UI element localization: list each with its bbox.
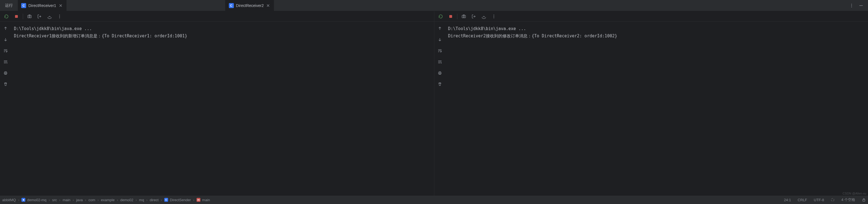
console-left[interactable]: D:\Tools\jdkk8\bin\java.exe ... DirectRe…: [11, 22, 434, 196]
tab-bar-controls: [848, 0, 868, 11]
bc-folder[interactable]: demo02: [120, 198, 133, 202]
left-body: D:\Tools\jdkk8\bin\java.exe ... DirectRe…: [0, 22, 434, 196]
status-bar: abbitMQ › ■ demo02-mq › src › main › jav…: [0, 196, 868, 204]
svg-point-1: [851, 5, 852, 6]
class-icon: C: [21, 3, 26, 8]
screenshot-icon[interactable]: [26, 13, 33, 20]
svg-rect-12: [449, 15, 452, 18]
print-icon[interactable]: [2, 69, 9, 77]
svg-point-15: [493, 14, 494, 15]
svg-point-0: [851, 4, 852, 4]
close-icon[interactable]: [58, 3, 63, 8]
bc-folder[interactable]: direct: [150, 198, 159, 202]
minimize-icon[interactable]: [858, 2, 865, 9]
bc-method[interactable]: m main: [196, 198, 210, 202]
bc-root[interactable]: abbitMQ: [2, 198, 16, 202]
run-tab-bar: 运行 C DirectReceiver1 C DirectReceiver2: [0, 0, 868, 11]
rerun-icon[interactable]: [437, 13, 444, 20]
stop-icon[interactable]: [13, 13, 20, 20]
scroll-down-icon[interactable]: [436, 36, 444, 43]
line-separator[interactable]: CRLF: [798, 198, 807, 202]
bc-label: demo02-mq: [27, 198, 46, 202]
module-icon: ■: [22, 198, 25, 202]
more-icon[interactable]: [848, 2, 855, 9]
divider: [23, 13, 23, 19]
bc-folder[interactable]: mq: [139, 198, 144, 202]
trash-icon[interactable]: [2, 80, 9, 88]
svg-rect-19: [439, 71, 441, 72]
breadcrumb: abbitMQ › ■ demo02-mq › src › main › jav…: [2, 198, 782, 202]
chevron-right-icon: ›: [117, 198, 118, 202]
tab-label: DirectReceiver1: [28, 3, 56, 8]
screenshot-icon[interactable]: [460, 13, 467, 20]
close-icon[interactable]: [266, 3, 270, 8]
scroll-to-end-icon[interactable]: [2, 58, 9, 66]
console-line: D:\Tools\jdkk8\bin\java.exe ...: [448, 26, 526, 31]
more-icon[interactable]: [490, 13, 497, 20]
pane-right: D:\Tools\jdkk8\bin\java.exe ... DirectRe…: [434, 11, 868, 196]
left-toolbar: [0, 11, 434, 22]
chevron-right-icon: ›: [97, 198, 98, 202]
dump-icon[interactable]: [480, 13, 488, 20]
exit-icon[interactable]: [36, 13, 43, 20]
svg-rect-3: [15, 15, 18, 18]
bc-folder[interactable]: com: [89, 198, 95, 202]
tab-spacer-right: [274, 0, 848, 11]
console-line: DirectReceiver1接收到的新增订单消息是：{To DirectRec…: [14, 33, 187, 38]
tab-spacer-left: [66, 0, 225, 11]
chevron-right-icon: ›: [161, 198, 162, 202]
console-line: D:\Tools\jdkk8\bin\java.exe ...: [14, 26, 92, 31]
bc-folder[interactable]: main: [63, 198, 70, 202]
right-body: D:\Tools\jdkk8\bin\java.exe ... DirectRe…: [434, 22, 868, 196]
print-icon[interactable]: [436, 69, 444, 77]
trash-icon[interactable]: [436, 80, 444, 88]
bc-class[interactable]: C DirectSender: [164, 198, 191, 202]
lock-icon[interactable]: [862, 198, 866, 202]
console-line: DirectReceiver2接收到的修改订单消息：{To DirectRece…: [448, 33, 617, 38]
svg-point-14: [463, 16, 464, 17]
scroll-up-icon[interactable]: [2, 25, 9, 32]
chevron-right-icon: ›: [146, 198, 147, 202]
chevron-right-icon: ›: [193, 198, 194, 202]
svg-point-16: [493, 16, 494, 17]
svg-point-17: [493, 17, 494, 18]
more-icon[interactable]: [56, 13, 63, 20]
bc-folder[interactable]: src: [52, 198, 57, 202]
soft-wrap-icon[interactable]: [2, 47, 9, 55]
chevron-right-icon: ›: [73, 198, 74, 202]
chevron-right-icon: ›: [18, 198, 19, 202]
pane-left: D:\Tools\jdkk8\bin\java.exe ... DirectRe…: [0, 11, 434, 196]
scroll-to-end-icon[interactable]: [436, 58, 444, 66]
tab-label: DirectReceiver2: [236, 3, 264, 8]
method-icon: m: [196, 198, 200, 202]
class-icon: C: [229, 3, 234, 8]
bc-label: DirectSender: [170, 198, 191, 202]
chevron-right-icon: ›: [59, 198, 60, 202]
svg-rect-22: [863, 200, 865, 201]
svg-point-2: [851, 6, 852, 7]
console-right[interactable]: D:\Tools\jdkk8\bin\java.exe ... DirectRe…: [445, 22, 868, 196]
chevron-right-icon: ›: [85, 198, 86, 202]
bc-module[interactable]: ■ demo02-mq: [22, 198, 46, 202]
caret-position[interactable]: 24:1: [784, 198, 791, 202]
svg-point-5: [29, 16, 30, 17]
exit-icon[interactable]: [470, 13, 477, 20]
file-encoding[interactable]: UTF-8: [814, 198, 824, 202]
watermark: CSDN @Allen-xu: [843, 192, 866, 195]
svg-point-8: [59, 17, 60, 18]
stop-icon[interactable]: [447, 13, 454, 20]
status-right: 24:1 CRLF UTF-8 4 个空格: [784, 197, 866, 202]
scroll-down-icon[interactable]: [2, 36, 9, 43]
indent-status[interactable]: 4 个空格: [841, 197, 855, 202]
class-icon: C: [164, 198, 168, 202]
bc-folder[interactable]: example: [101, 198, 115, 202]
bc-folder[interactable]: java: [76, 198, 83, 202]
scroll-up-icon[interactable]: [436, 25, 444, 32]
run-tab-1[interactable]: C DirectReceiver1: [18, 0, 66, 11]
run-tab-2[interactable]: C DirectReceiver2: [225, 0, 274, 11]
run-tool-label: 运行: [0, 0, 18, 11]
rerun-icon[interactable]: [3, 13, 10, 20]
chevron-right-icon: ›: [135, 198, 137, 202]
soft-wrap-icon[interactable]: [436, 47, 444, 55]
dump-icon[interactable]: [46, 13, 53, 20]
